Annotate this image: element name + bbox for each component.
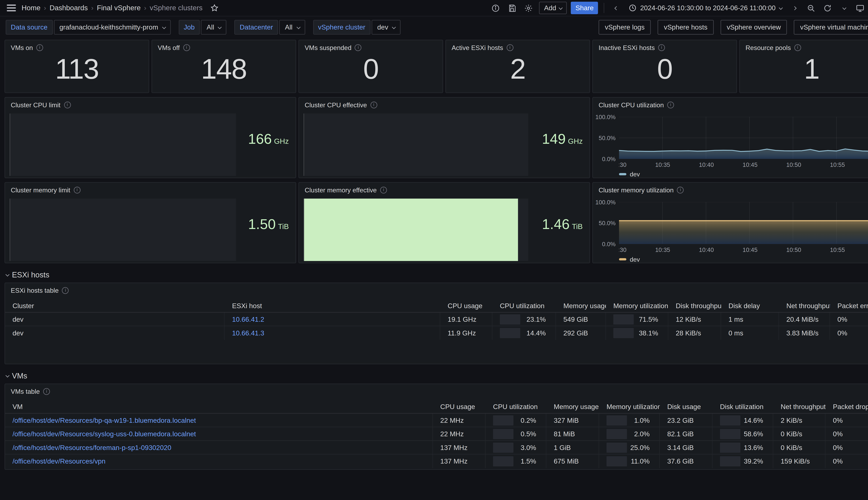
col-vm[interactable]: VM [5, 400, 433, 413]
breadcrumb-dashboards[interactable]: Dashboards [49, 4, 88, 12]
info-icon[interactable] [62, 287, 69, 294]
star-icon[interactable] [210, 4, 218, 12]
vsphere-cluster-picker[interactable]: dev [372, 20, 401, 35]
job-label[interactable]: Job [179, 20, 200, 35]
stat-row: VMs on 113 VMs off 148 VMs suspended 0 A… [4, 40, 868, 93]
vsphere-cluster-label[interactable]: vSphere cluster [313, 20, 370, 35]
kiosk-monitor-icon[interactable] [854, 2, 866, 14]
info-icon[interactable] [667, 102, 674, 108]
cpu-utilization-cell: 0.2% [486, 414, 547, 427]
vm-link[interactable]: /office/host/dev/Resources/foreman-p-sp1… [12, 443, 171, 451]
col-cpu-utilization[interactable]: CPU utilization [492, 299, 556, 312]
add-button[interactable]: Add [539, 2, 567, 14]
vm-cell: /office/host/dev/Resources/foreman-p-sp1… [5, 441, 433, 454]
dashboard-controls: Data source grafanacloud-keithschmitty-p… [0, 16, 868, 38]
refresh-icon[interactable] [821, 2, 833, 14]
link-vsphere-overview[interactable]: vSphere overview [720, 20, 787, 35]
datacenter-label[interactable]: Datacenter [235, 20, 278, 35]
panel-header: VMs suspended [299, 40, 443, 51]
y-tick-label: 50.0% [599, 220, 616, 226]
y-axis: 100.0%50.0%0.0% [593, 202, 616, 244]
col-disk-utilization[interactable]: Disk utilization [712, 400, 773, 413]
col-cpu-usage[interactable]: CPU usage [440, 299, 492, 312]
stat-value: 113 [5, 53, 149, 86]
menu-icon[interactable] [7, 4, 16, 11]
template-variables: Data source grafanacloud-keithschmitty-p… [6, 20, 401, 35]
table-header-row: Cluster ESXi host CPU usage CPU utilizat… [5, 299, 868, 312]
cpu-usage-cell: 22 MHz [433, 427, 486, 440]
info-icon[interactable] [355, 44, 362, 51]
info-icon[interactable] [64, 102, 71, 108]
col-net-throughput[interactable]: Net throughput [779, 299, 830, 312]
stat-value: 0 [299, 53, 443, 86]
info-icon[interactable] [36, 44, 43, 51]
vm-link[interactable]: /office/host/dev/Resources/vpn [12, 457, 105, 465]
esxi-host-link[interactable]: 10.66.41.2 [232, 315, 264, 323]
x-tick-label: 10:55 [830, 161, 845, 168]
table-row: /office/host/dev/Resources/foreman-p-sp1… [5, 441, 868, 454]
job-picker[interactable]: All [201, 20, 227, 35]
section-vms[interactable]: VMs [4, 372, 868, 380]
memory-usage-cell: 292 GiB [556, 326, 606, 340]
col-memory-usage[interactable]: Memory usage [556, 299, 606, 312]
col-memory-usage[interactable]: Memory usage [546, 400, 599, 413]
disk-delay-cell: 1 ms [721, 313, 779, 326]
col-esxi-host[interactable]: ESXi host [225, 299, 440, 312]
data-source-label[interactable]: Data source [6, 20, 53, 35]
col-disk-throughput[interactable]: Disk throughput [669, 299, 721, 312]
info-icon[interactable] [658, 44, 665, 51]
datacenter-picker[interactable]: All [279, 20, 305, 35]
col-cpu-usage[interactable]: CPU usage [433, 400, 486, 413]
share-button[interactable]: Share [571, 2, 598, 14]
info-icon[interactable] [794, 44, 801, 51]
panel-active-esxi-hosts: Active ESXi hosts 2 [445, 40, 590, 93]
col-memory-utilization[interactable]: Memory utilization [606, 299, 669, 312]
link-vsphere-logs[interactable]: vSphere logs [598, 20, 651, 35]
data-source-picker[interactable]: grafanacloud-keithschmitty-prom [54, 20, 171, 35]
breadcrumb-home[interactable]: Home [22, 4, 41, 12]
grafana-dashboard: Home › Dashboards › Final vSphere › vSph… [0, 0, 868, 500]
stat-value: 166GHz [248, 131, 289, 147]
link-vsphere-hosts[interactable]: vSphere hosts [658, 20, 714, 35]
time-forward-icon[interactable] [788, 2, 801, 14]
panel-header: VMs off [152, 40, 296, 51]
time-back-icon[interactable] [610, 2, 623, 14]
legend-item-dev[interactable]: dev [619, 256, 640, 263]
dashboard-insights-icon[interactable] [490, 2, 502, 14]
table-row: /office/host/dev/Resources/bp-qa-w19-1.b… [5, 414, 868, 427]
zoom-out-icon[interactable] [804, 2, 817, 14]
info-icon[interactable] [506, 44, 513, 51]
section-esxi-hosts[interactable]: ESXi hosts [4, 271, 868, 279]
refresh-interval-caret[interactable] [837, 2, 850, 14]
vm-link[interactable]: /office/host/dev/Resources/syslog-uss-0.… [12, 430, 196, 438]
time-range-picker[interactable]: 2024-06-26 10:30:00 to 2024-06-26 11:00:… [627, 4, 784, 12]
panel-vms-suspended: VMs suspended 0 [298, 40, 443, 93]
breadcrumb-folder[interactable]: Final vSphere [97, 4, 141, 12]
save-icon[interactable] [506, 2, 518, 14]
col-packet-drops[interactable]: Packet drops [825, 400, 868, 413]
esxi-host-link[interactable]: 10.66.41.3 [232, 329, 264, 337]
col-cpu-utilization[interactable]: CPU utilization [486, 400, 547, 413]
disk-usage-cell: 37.6 GiB [660, 455, 712, 468]
link-vsphere-virtual-machines[interactable]: vSphere virtual machines [794, 20, 868, 35]
vm-link[interactable]: /office/host/dev/Resources/bp-qa-w19-1.b… [12, 416, 196, 424]
info-icon[interactable] [380, 186, 387, 193]
info-icon[interactable] [183, 44, 190, 51]
info-icon[interactable] [73, 186, 80, 193]
info-icon[interactable] [677, 186, 684, 193]
col-cluster[interactable]: Cluster [5, 299, 225, 312]
legend-item-dev[interactable]: dev [619, 171, 640, 178]
gauge-track [607, 415, 627, 425]
disk-utilization-cell: 39.2% [712, 455, 773, 468]
info-icon[interactable] [370, 102, 377, 108]
col-net-throughput[interactable]: Net throughput [773, 400, 826, 413]
disk-utilization-cell: 13.6% [712, 441, 773, 454]
col-packet-errors[interactable]: Packet errors [830, 299, 868, 312]
info-icon[interactable] [43, 388, 50, 395]
col-memory-utilization[interactable]: Memory utilization [599, 400, 660, 413]
col-disk-usage[interactable]: Disk usage [660, 400, 712, 413]
col-disk-delay[interactable]: Disk delay [721, 299, 779, 312]
settings-gear-icon[interactable] [523, 2, 535, 14]
variable-datacenter: Datacenter All [235, 20, 305, 35]
table-row: /office/host/dev/Resources/syslog-uss-0.… [5, 427, 868, 441]
